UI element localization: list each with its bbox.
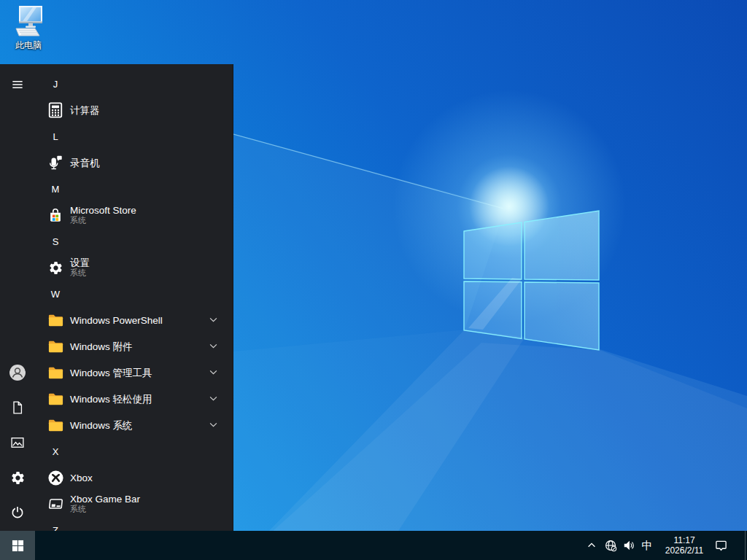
tray-overflow-button[interactable]: [582, 531, 601, 560]
folder-icon: [47, 311, 64, 329]
app-section-header[interactable]: X: [35, 438, 233, 464]
chevron-down-icon[interactable]: [209, 422, 218, 428]
app-item-sublabel: 系统: [70, 505, 140, 514]
app-list-item[interactable]: Microsoft Store系统: [35, 202, 233, 228]
section-letter: L: [47, 131, 64, 142]
store-icon: [47, 206, 64, 224]
app-item-text: Windows 管理工具: [70, 368, 152, 378]
app-list-item[interactable]: Windows 轻松使用: [35, 386, 233, 412]
rail-menu-button[interactable]: [0, 67, 35, 102]
document-icon: [10, 400, 25, 415]
app-item-label: 录音机: [70, 158, 100, 168]
app-list-item[interactable]: Windows PowerShell: [35, 307, 233, 333]
folder-icon: [47, 338, 64, 355]
rail-pictures-button[interactable]: [0, 425, 35, 460]
app-section-header[interactable]: W: [35, 281, 233, 307]
desktop-icon-this-pc[interactable]: 此电脑: [7, 4, 50, 50]
rail-power-button[interactable]: [0, 495, 35, 530]
rail-documents-button[interactable]: [0, 390, 35, 425]
app-item-text: 录音机: [70, 158, 100, 168]
app-item-text: Windows 轻松使用: [70, 394, 152, 405]
chevron-down-icon[interactable]: [209, 343, 218, 349]
clock[interactable]: 11:17 2026/2/11: [657, 531, 712, 560]
user-icon: [9, 364, 26, 381]
folder-icon: [47, 416, 64, 434]
app-section-header[interactable]: J: [35, 71, 233, 97]
start-menu-rail: [0, 64, 35, 531]
section-letter: W: [47, 289, 64, 300]
speaker-icon: [623, 540, 635, 551]
rail-settings-button[interactable]: [0, 460, 35, 495]
app-item-text: Windows PowerShell: [70, 315, 163, 326]
network-status-button[interactable]: [601, 531, 620, 560]
app-item-text: 设置系统: [70, 257, 90, 278]
power-icon: [10, 505, 25, 520]
gear-icon: [47, 259, 64, 276]
app-list-item[interactable]: 计算器: [35, 97, 233, 123]
app-section-header[interactable]: S: [35, 228, 233, 254]
app-item-label: Windows PowerShell: [70, 315, 163, 326]
app-section-header[interactable]: M: [35, 176, 233, 202]
app-item-text: Windows 系统: [70, 420, 133, 431]
app-list-item[interactable]: Windows 附件: [35, 333, 233, 359]
app-item-label: Windows 系统: [70, 420, 133, 431]
folder-icon: [47, 364, 64, 381]
folder-icon: [47, 390, 64, 408]
app-item-text: Microsoft Store系统: [70, 205, 136, 225]
start-menu-app-list: J计算器L录音机MMicrosoft Store系统S设置系统WWindows …: [35, 64, 233, 531]
app-item-label: Windows 附件: [70, 341, 133, 352]
app-item-text: Xbox Game Bar系统: [70, 494, 140, 514]
chevron-down-icon[interactable]: [209, 370, 218, 376]
hamburger-icon: [10, 77, 25, 92]
app-list-item[interactable]: Windows 系统: [35, 412, 233, 438]
this-pc-icon: [11, 4, 46, 39]
app-list-item[interactable]: 设置系统: [35, 254, 233, 281]
rail-user-button[interactable]: [0, 355, 35, 390]
app-item-label: Microsoft Store: [70, 205, 136, 216]
xbox-icon: [47, 469, 64, 486]
ime-indicator[interactable]: 中: [638, 531, 657, 560]
app-item-label: Windows 轻松使用: [70, 394, 152, 405]
section-letter: Z: [47, 525, 64, 532]
app-item-text: Windows 附件: [70, 341, 133, 352]
pictures-icon: [10, 435, 25, 450]
clock-date: 2026/2/11: [665, 545, 704, 556]
app-item-text: Xbox: [70, 472, 93, 483]
volume-button[interactable]: [620, 531, 638, 560]
clock-time: 11:17: [673, 535, 694, 546]
app-item-label: 计算器: [70, 105, 100, 116]
app-list-item[interactable]: Windows 管理工具: [35, 359, 233, 386]
app-section-header[interactable]: L: [35, 123, 233, 149]
calculator-icon: [47, 101, 64, 119]
app-item-text: 计算器: [70, 105, 100, 116]
chevron-up-icon: [587, 540, 597, 551]
section-letter: X: [47, 446, 64, 457]
globe-offline-icon: [605, 540, 617, 552]
gear-icon: [10, 470, 26, 486]
gamebar-icon: [47, 495, 64, 513]
app-item-label: Xbox: [70, 472, 93, 483]
app-list-item[interactable]: Xbox Game Bar系统: [35, 491, 233, 517]
action-center-icon: [715, 540, 727, 552]
app-list-item[interactable]: Xbox: [35, 464, 233, 491]
chevron-down-icon[interactable]: [209, 396, 218, 402]
taskbar: 中 11:17 2026/2/11: [0, 531, 747, 560]
chevron-down-icon[interactable]: [209, 317, 218, 323]
app-item-sublabel: 系统: [70, 268, 90, 278]
section-letter: M: [47, 184, 64, 195]
section-letter: J: [47, 79, 64, 90]
start-button[interactable]: [0, 531, 35, 560]
app-list-item[interactable]: 录音机: [35, 149, 233, 176]
show-desktop-button[interactable]: [729, 531, 746, 560]
action-center-button[interactable]: [712, 531, 729, 560]
desktop-icon-label: 此电脑: [7, 40, 50, 50]
microphone-icon: [47, 154, 64, 171]
start-menu: J计算器L录音机MMicrosoft Store系统S设置系统WWindows …: [0, 64, 233, 531]
system-tray: 中 11:17 2026/2/11: [582, 531, 747, 560]
app-item-label: Windows 管理工具: [70, 368, 152, 378]
windows-logo-icon: [12, 540, 24, 552]
app-item-label: Xbox Game Bar: [70, 494, 140, 505]
desktop: 此电脑 J计算器L录音机MMicrosoft Store系统S设置系统WWind…: [0, 0, 747, 560]
app-item-sublabel: 系统: [70, 216, 136, 225]
app-section-header[interactable]: Z: [35, 517, 233, 531]
